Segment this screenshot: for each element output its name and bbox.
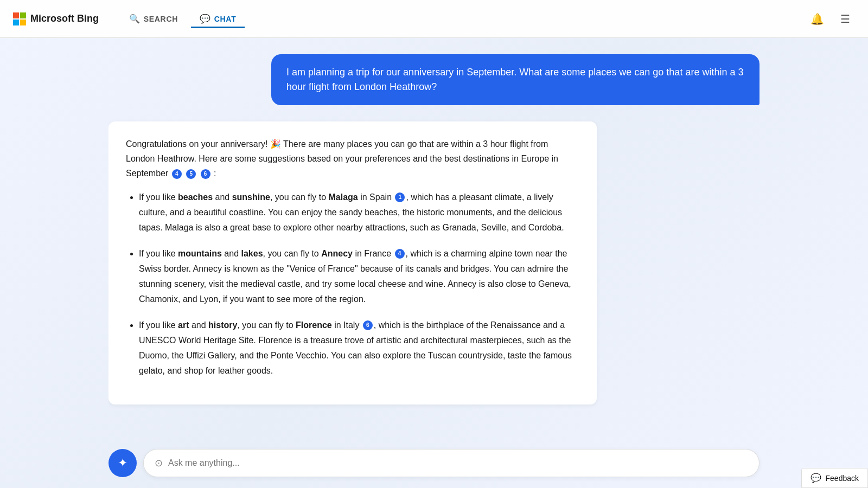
feedback-icon: 💬: [810, 473, 821, 483]
microsoft-logo: [13, 12, 26, 25]
user-message-bubble: I am planning a trip for our anniversary…: [271, 54, 760, 105]
feedback-label: Feedback: [826, 474, 859, 483]
keyword-art: art: [178, 320, 189, 330]
keyword-malaga: Malaga: [329, 192, 358, 202]
header: Microsoft Bing 🔍 SEARCH 💬 CHAT 🔔 ☰: [0, 0, 868, 38]
feedback-button[interactable]: 💬 Feedback: [801, 468, 868, 488]
input-box: ⊙: [143, 449, 760, 477]
citation-6: 6: [201, 169, 210, 179]
main-content: I am planning a trip for our anniversary…: [0, 38, 868, 488]
keyword-history: history: [208, 320, 237, 330]
citation-4: 4: [172, 169, 182, 179]
search-nav-icon: 🔍: [129, 14, 141, 24]
svg-rect-1: [20, 12, 26, 18]
chat-input[interactable]: [168, 458, 748, 468]
copilot-icon: ✦: [118, 456, 127, 470]
nav-search[interactable]: 🔍 SEARCH: [120, 9, 187, 28]
notification-button[interactable]: 🔔: [807, 9, 827, 29]
input-search-icon: ⊙: [155, 457, 163, 469]
citation-6b: 6: [363, 320, 373, 330]
chat-area: I am planning a trip for our anniversary…: [108, 54, 760, 488]
list-item-malaga: If you like beaches and sunshine, you ca…: [139, 190, 579, 235]
citation-4b: 4: [395, 249, 405, 259]
svg-rect-2: [13, 20, 19, 25]
nav-items: 🔍 SEARCH 💬 CHAT: [120, 9, 245, 28]
keyword-beaches: beaches: [178, 192, 213, 202]
keyword-mountains: mountains: [178, 249, 222, 258]
svg-rect-3: [20, 20, 26, 25]
header-right: 🔔 ☰: [807, 9, 855, 29]
svg-rect-0: [13, 12, 19, 18]
keyword-florence: Florence: [296, 320, 332, 330]
keyword-lakes: lakes: [241, 249, 263, 258]
suggestion-list: If you like beaches and sunshine, you ca…: [126, 190, 579, 378]
logo-text: Microsoft Bing: [30, 13, 99, 24]
keyword-annecy: Annecy: [321, 249, 353, 258]
menu-button[interactable]: ☰: [835, 9, 855, 29]
logo-area: Microsoft Bing: [13, 12, 99, 25]
chat-nav-icon: 💬: [200, 14, 211, 24]
chat-nav-label: CHAT: [214, 15, 237, 23]
list-item-florence: If you like art and history, you can fly…: [139, 318, 579, 378]
citation-1: 1: [395, 192, 405, 202]
copilot-button[interactable]: ✦: [108, 449, 137, 477]
ai-response-card: Congratulations on your anniversary! 🎉 T…: [108, 121, 597, 404]
citation-5: 5: [186, 169, 196, 179]
search-nav-label: SEARCH: [144, 15, 178, 23]
input-area: ✦ ⊙: [108, 449, 760, 477]
list-item-annecy: If you like mountains and lakes, you can…: [139, 246, 579, 307]
keyword-sunshine: sunshine: [232, 192, 270, 202]
nav-chat[interactable]: 💬 CHAT: [191, 9, 245, 28]
ai-intro-text: Congratulations on your anniversary! 🎉 T…: [126, 137, 579, 181]
